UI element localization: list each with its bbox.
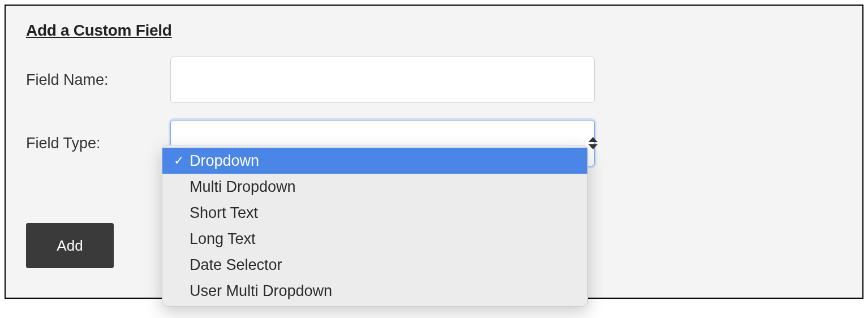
field-type-option-dropdown[interactable]: ✓ Dropdown (162, 148, 587, 174)
field-type-option-date-selector[interactable]: Date Selector (162, 252, 587, 278)
field-name-row: Field Name: (26, 57, 842, 103)
option-label: User Multi Dropdown (187, 282, 332, 300)
field-type-option-long-text[interactable]: Long Text (162, 226, 587, 252)
option-label: Multi Dropdown (187, 178, 296, 196)
option-label: Short Text (187, 204, 258, 222)
option-label: Long Text (187, 230, 256, 248)
add-button[interactable]: Add (26, 223, 114, 268)
field-name-input[interactable] (170, 57, 595, 103)
chevron-up-icon (588, 137, 598, 142)
field-type-option-short-text[interactable]: Short Text (162, 200, 587, 226)
field-type-option-user-multi-dropdown[interactable]: User Multi Dropdown (162, 278, 587, 304)
option-label: Date Selector (187, 256, 282, 274)
field-type-options-popup: ✓ Dropdown Multi Dropdown Short Text Lon… (162, 145, 588, 307)
panel-heading: Add a Custom Field (26, 22, 842, 40)
option-label: Dropdown (187, 152, 259, 170)
select-stepper-icon (588, 135, 598, 151)
field-type-option-multi-dropdown[interactable]: Multi Dropdown (162, 174, 587, 200)
custom-field-panel: Add a Custom Field Field Name: Field Typ… (5, 5, 863, 299)
field-name-label: Field Name: (26, 71, 170, 89)
check-icon: ✓ (170, 153, 187, 168)
chevron-down-icon (588, 144, 598, 149)
field-type-label: Field Type: (26, 135, 170, 152)
